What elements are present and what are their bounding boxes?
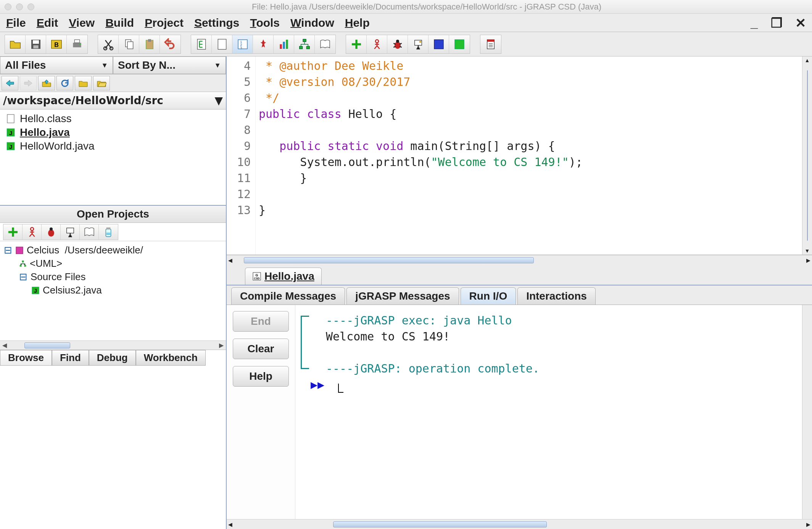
nav-up-icon[interactable] [38,76,55,90]
left-tab-debug[interactable]: Debug [89,350,136,366]
menu-view[interactable]: View [69,16,95,29]
csd-doc-icon[interactable] [191,35,212,53]
end-button[interactable]: End [233,311,289,332]
undo-icon[interactable] [160,35,180,53]
left-tab-workbench[interactable]: Workbench [136,350,206,366]
project-node[interactable]: ⊟ Celcius /Users/deeweikle/ [4,244,222,257]
svg-rect-46 [106,232,111,235]
zoom-window-dot[interactable] [27,3,34,10]
file-filter-combo[interactable]: All Files▼ [0,56,113,74]
sort-combo[interactable]: Sort By N...▼ [113,56,226,74]
file-item[interactable]: JHelloWorld.java [0,139,226,153]
print-icon[interactable] [67,35,87,53]
svg-rect-15 [218,39,226,49]
proj-jar-icon[interactable] [99,224,118,240]
book-icon[interactable] [315,35,335,53]
nav-forward-icon[interactable] [20,76,37,90]
copy-icon[interactable] [119,35,139,53]
editor-v-scrollbar[interactable]: ▲▼ [802,56,812,255]
proj-debug-icon[interactable] [42,224,61,240]
menu-help[interactable]: Help [345,16,370,29]
iconify-icon[interactable]: _ [751,15,758,30]
line-numbers-icon[interactable]: 123 [232,35,253,53]
main-toolbar: B 123 [0,32,812,56]
proj-add-icon[interactable] [3,224,23,240]
menu-build[interactable]: Build [105,16,134,29]
svg-text:G: G [255,273,258,277]
menu-project[interactable]: Project [145,16,184,29]
msg-tab-jgrasp-messages[interactable]: jGRASP Messages [346,287,459,305]
compile-icon[interactable] [346,35,367,53]
new-folder-icon[interactable] [75,76,92,90]
file-type-icon: J [5,127,16,138]
minimize-window-dot[interactable] [16,3,23,10]
uml-icon[interactable] [294,35,315,53]
svg-rect-5 [73,43,81,47]
uml-node[interactable]: <UML> [4,257,222,270]
project-h-scrollbar[interactable]: ◀▶ [0,340,226,350]
editor-tab[interactable]: GCSD Hello.java [245,268,322,285]
maximize-icon[interactable]: ❐ [771,15,782,31]
svg-rect-6 [74,40,79,43]
clear-button[interactable]: Clear [233,339,289,359]
editor-tab-label: Hello.java [264,270,314,282]
path-combo[interactable]: /workspace/HelloWorld/src▼ [0,92,226,110]
source-files-node[interactable]: ⊟ Source Files [4,270,222,284]
menu-window[interactable]: Window [290,16,334,29]
source-file-node[interactable]: J Celsius2.java [4,284,222,297]
code-editor[interactable]: * @author Dee Weikle * @version 08/30/20… [256,56,802,255]
svg-rect-48 [22,260,24,262]
paste-icon[interactable] [139,35,160,53]
console-h-scrollbar[interactable]: ◀▶ [227,519,812,529]
run-icon[interactable] [367,35,387,53]
bar-chart-icon[interactable] [274,35,294,53]
msg-tab-compile-messages[interactable]: Compile Messages [231,287,345,305]
save-icon[interactable] [26,35,46,53]
svg-point-28 [396,40,399,43]
svg-rect-47 [16,247,23,254]
tree-toggle-icon[interactable]: ⊟ [4,244,12,256]
menu-edit[interactable]: Edit [37,16,58,29]
open-icon[interactable] [5,35,26,53]
svg-point-8 [104,47,107,50]
menu-settings[interactable]: Settings [194,16,239,29]
open-folder-icon[interactable] [93,76,110,90]
menu-tools[interactable]: Tools [250,16,280,29]
debug-icon[interactable] [387,35,408,53]
notes-icon[interactable] [480,35,501,53]
left-tab-find[interactable]: Find [52,350,89,366]
left-tab-browse[interactable]: Browse [0,350,52,366]
close-window-dot[interactable] [5,3,11,10]
pin-icon[interactable] [253,35,274,53]
file-list[interactable]: Hello.classJHello.javaJHelloWorld.java [0,110,226,205]
green-square-icon[interactable] [449,35,470,53]
msg-tab-run-i-o[interactable]: Run I/O [461,287,516,305]
blank-doc-icon[interactable] [212,35,232,53]
cut-icon[interactable] [98,35,119,53]
file-item[interactable]: JHello.java [0,126,226,139]
proj-run-icon[interactable] [23,224,42,240]
refresh-icon[interactable] [56,76,73,90]
msg-tab-interactions[interactable]: Interactions [517,287,596,305]
project-tree[interactable]: ⊟ Celcius /Users/deeweikle/ <UML> ⊟ Sour… [0,241,226,340]
tree-toggle-icon[interactable]: ⊟ [19,271,27,283]
proj-easel-icon[interactable] [61,224,80,240]
nav-back-icon[interactable] [2,76,18,90]
window-title: File: Hello.java /Users/deeweikle/Docume… [46,2,807,12]
editor-h-scrollbar[interactable]: ◀▶ [227,255,812,265]
svg-rect-16 [238,40,247,49]
svg-point-26 [375,40,379,43]
file-item[interactable]: Hello.class [0,112,226,126]
save-b-icon[interactable]: B [46,35,67,53]
blue-square-icon[interactable] [429,35,449,53]
easel-icon[interactable] [408,35,429,53]
console-v-scrollbar[interactable] [802,305,812,519]
menu-file[interactable]: File [6,16,26,29]
help-button[interactable]: Help [233,366,289,387]
chevron-down-icon: ▼ [101,61,108,69]
console-output[interactable]: ----jGRASP exec: java HelloWelcome to CS… [295,305,802,519]
svg-rect-1 [33,40,39,44]
svg-rect-23 [303,39,306,42]
proj-book-icon[interactable] [80,224,99,240]
close-icon[interactable]: ✕ [795,15,806,31]
